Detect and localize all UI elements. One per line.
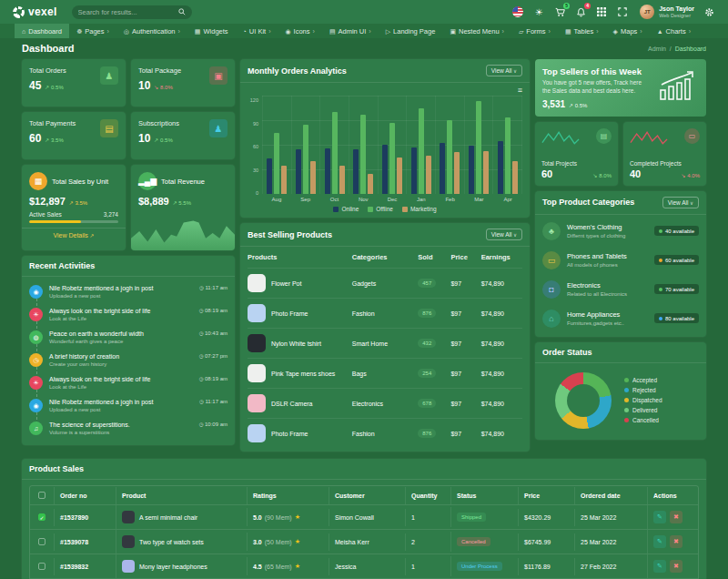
legend-item[interactable]: Online — [333, 206, 359, 212]
col-price: Price — [518, 487, 574, 504]
category-item[interactable]: Phones and Tablets All models of phones … — [542, 246, 699, 275]
category-item[interactable]: Home Appliances Furnitures,gadgets etc..… — [542, 304, 699, 333]
chart-menu-icon[interactable]: ≡ — [248, 86, 522, 94]
nav-item-label: Charts — [666, 27, 686, 36]
view-details-link[interactable]: View Details — [22, 228, 126, 242]
category-icon — [542, 310, 561, 328]
global-search[interactable] — [72, 5, 192, 19]
cart-icon[interactable]: 5 — [553, 5, 566, 18]
chevron-down-icon: › — [502, 28, 504, 35]
search-input[interactable] — [78, 8, 175, 16]
nav-item[interactable]: Pages › — [69, 24, 116, 38]
notifications-bell-icon[interactable]: 4 — [574, 5, 587, 18]
chevron-down-icon: › — [549, 28, 551, 35]
table-row[interactable]: #1537890 A semi minimal chair 5.0 (90 Me… — [30, 504, 698, 529]
col-price: Price — [450, 253, 480, 261]
stat-delta: 0.5% — [45, 84, 63, 90]
language-flag-icon[interactable] — [511, 5, 524, 18]
page-title: Dashboard — [22, 43, 74, 54]
nav-item[interactable]: Maps › — [606, 24, 650, 38]
best-selling-row[interactable]: Photo Frame Fashion 876 $97 $74,890 — [248, 419, 522, 448]
nav-item-label: Authentication — [132, 27, 176, 36]
categories-view-all-button[interactable]: View All — [662, 197, 699, 208]
activity-icon — [29, 353, 43, 367]
fullscreen-icon[interactable] — [616, 5, 629, 18]
top-categories-title: Top Product Categories — [542, 198, 634, 207]
nav-item[interactable]: Authentication › — [116, 24, 187, 38]
legend-dot — [624, 388, 629, 392]
stat-delta: 0.5% — [154, 137, 172, 143]
activity-item[interactable]: A brief history of creation Create your … — [29, 349, 228, 371]
user-profile[interactable]: JT Json Taylor Web Designer — [640, 5, 694, 19]
select-all-checkbox[interactable] — [38, 492, 46, 499]
bar-group — [262, 96, 291, 194]
best-selling-row[interactable]: Pink Tape mens shoes Bags 254 $97 $74,89… — [248, 359, 522, 389]
table-row[interactable]: #1539832 Mony layer headphones 4.5 (65 M… — [30, 554, 698, 578]
brand-logo[interactable]: vexel — [13, 5, 57, 18]
delete-button[interactable]: ✖ — [670, 535, 682, 548]
category-item[interactable]: Women's Clothing Differnt types of cloth… — [542, 217, 699, 246]
nav-item[interactable]: Admin UI › — [322, 24, 379, 38]
best-selling-row[interactable]: Photo Frame Fashion 876 $97 $74,890 — [248, 299, 522, 329]
best-selling-header-row: Products Categories Sold Price Earnings — [248, 247, 522, 269]
main-nav: Dashboard › Pages › Authentication › Wid… — [0, 24, 728, 38]
nav-item-icon — [285, 27, 290, 36]
delete-button[interactable]: ✖ — [670, 560, 682, 573]
product-sales-rows: #1537890 A semi minimal chair 5.0 (90 Me… — [30, 504, 698, 579]
nav-item[interactable]: Dashboard › — [15, 24, 69, 38]
bar-online — [498, 141, 503, 195]
table-row[interactable]: #1539078 Two type of watch sets 3.0 (50 … — [30, 529, 698, 554]
best-selling-view-all-button[interactable]: View All — [486, 229, 522, 240]
best-selling-row[interactable]: Nylon White tshirt Smart Home 432 $97 $7… — [248, 329, 522, 359]
edit-button[interactable]: ✎ — [653, 535, 666, 548]
legend-item[interactable]: Marketing — [402, 206, 437, 212]
nav-item[interactable]: Nested Menu › — [442, 24, 511, 38]
best-selling-row[interactable]: Flower Pot Gadgets 457 $97 $74,890 — [248, 269, 522, 299]
breadcrumb-parent[interactable]: Admin — [648, 46, 666, 52]
edit-button[interactable]: ✎ — [653, 560, 666, 573]
row-checkbox[interactable] — [38, 513, 46, 521]
nav-item[interactable]: Forms › — [511, 24, 558, 38]
nav-item[interactable]: UI Kit › — [236, 24, 278, 38]
best-selling-title: Best Selling Products — [248, 230, 332, 239]
project-value: 40 — [630, 168, 641, 179]
stat-card: Total Orders 45 0.5% — [22, 59, 126, 107]
delete-button[interactable]: ✖ — [670, 511, 682, 523]
badge-label: 40 available — [665, 229, 694, 234]
chevron-down-icon: › — [640, 28, 642, 35]
nav-item[interactable]: Landing Page › — [379, 24, 443, 38]
nav-item[interactable]: Tables › — [558, 24, 606, 38]
category-item[interactable]: Electronics Related to all Electronics 7… — [542, 275, 699, 304]
active-sales-progress — [29, 220, 118, 223]
row-checkbox[interactable] — [38, 563, 46, 570]
product-earnings: $74,890 — [481, 340, 522, 347]
activity-item[interactable]: Peace on earth a wonderful width Wonderf… — [29, 326, 228, 349]
activity-item[interactable]: Nile Robetz mentioned a jogh in post Upl… — [29, 280, 228, 303]
ordered-date: 25 Mar 2022 — [574, 509, 647, 526]
best-selling-row[interactable]: DSLR Camera Electronics 678 $97 $74,890 — [248, 389, 522, 419]
row-checkbox[interactable] — [38, 538, 46, 545]
order-status-legend-item: Rejected — [624, 387, 662, 393]
rating-count: (65 Mem) — [265, 564, 292, 570]
col-ordered-date: Ordered date — [574, 487, 647, 504]
activity-item[interactable]: Nile Robetz mentioned a jogh in post Upl… — [29, 394, 228, 417]
nav-item[interactable]: Charts › — [650, 24, 698, 38]
activity-item[interactable]: Always look on the bright side of life L… — [29, 371, 228, 394]
legend-label: Accepted — [632, 377, 657, 383]
edit-button[interactable]: ✎ — [653, 511, 666, 523]
project-icon — [684, 128, 700, 144]
apps-grid-icon[interactable] — [595, 5, 608, 18]
rating-count: (90 Mem) — [265, 514, 292, 521]
customer-name: Simon Cowall — [329, 509, 405, 526]
orders-view-all-button[interactable]: View All — [486, 65, 522, 76]
customer-name: Meisha Kerr — [329, 533, 405, 551]
activity-item[interactable]: The science of superstitions. Volume is … — [29, 417, 228, 440]
theme-toggle-icon[interactable]: ☀ — [532, 5, 545, 18]
stat-delta: 8.0% — [154, 84, 172, 90]
nav-item[interactable]: Icons › — [278, 24, 321, 38]
category-name: Electronics — [567, 281, 648, 290]
settings-gear-icon[interactable] — [703, 5, 715, 18]
nav-item[interactable]: Widgets › — [187, 24, 236, 38]
activity-item[interactable]: Always look on the bright side of life L… — [29, 303, 228, 326]
legend-item[interactable]: Offline — [368, 206, 393, 212]
